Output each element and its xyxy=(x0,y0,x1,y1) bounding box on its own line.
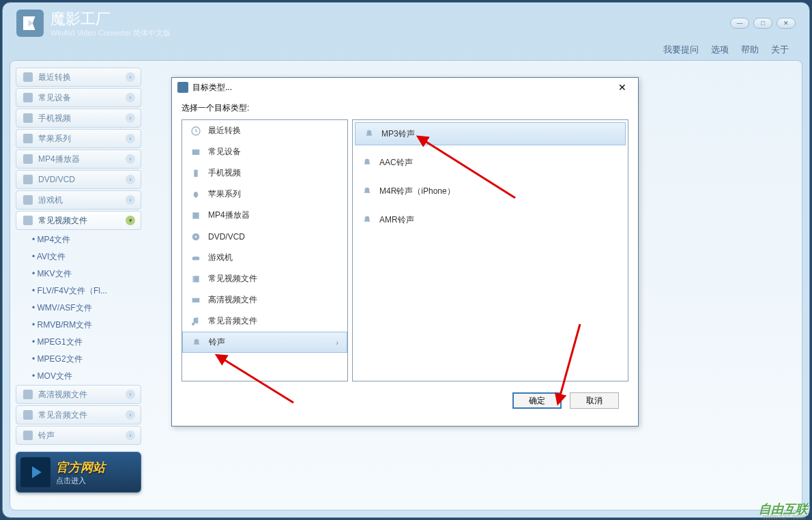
sidebar-sub-8[interactable]: MOV文件 xyxy=(16,368,141,385)
sidebar-after-0[interactable]: 高清视频文件› xyxy=(16,385,141,404)
sidebar-item-label: 高清视频文件 xyxy=(38,389,87,401)
svg-rect-6 xyxy=(192,257,200,260)
category-item-6[interactable]: 游戏机 xyxy=(182,247,347,268)
category-item-3[interactable]: 苹果系列 xyxy=(182,184,347,205)
sidebar-sub-2[interactable]: MKV文件 xyxy=(16,265,141,283)
banner-title: 官方网站 xyxy=(56,459,105,476)
menu-options[interactable]: 选项 xyxy=(711,44,729,56)
category-label: 手机视频 xyxy=(208,167,241,179)
category-label: 最近转换 xyxy=(208,125,241,136)
chevron-icon: › xyxy=(126,113,135,123)
sidebar-item-1[interactable]: 常见设备› xyxy=(16,88,141,107)
chevron-icon: › xyxy=(126,93,135,102)
category-label: 铃声 xyxy=(209,336,225,348)
hd-icon xyxy=(190,295,201,306)
sidebar-item-4[interactable]: MP4播放器› xyxy=(16,149,141,169)
app-logo-icon xyxy=(16,10,44,37)
bell-icon xyxy=(23,431,33,440)
category-item-2[interactable]: 手机视频 xyxy=(182,162,347,184)
dialog-close-button[interactable]: ✕ xyxy=(612,82,633,93)
sidebar-sub-1[interactable]: AVI文件 xyxy=(16,248,141,265)
category-label: 游戏机 xyxy=(208,252,233,263)
chevron-right-icon: › xyxy=(336,338,338,347)
chevron-icon: › xyxy=(126,195,135,205)
svg-rect-3 xyxy=(192,212,199,218)
gamepad-icon xyxy=(190,252,201,263)
category-item-5[interactable]: DVD/VCD xyxy=(182,226,347,247)
sidebar-item-label: 游戏机 xyxy=(38,194,63,206)
category-item-1[interactable]: 常见设备 xyxy=(182,141,347,162)
device-icon xyxy=(190,147,201,158)
svg-rect-8 xyxy=(192,276,194,282)
sidebar-item-label: DVD/VCD xyxy=(38,175,75,184)
option-item-3[interactable]: AMR铃声 xyxy=(353,208,627,231)
option-label: AMR铃声 xyxy=(379,214,414,226)
clock-icon xyxy=(23,72,33,82)
menu-help[interactable]: 帮助 xyxy=(741,44,759,56)
ok-button[interactable]: 确定 xyxy=(512,392,562,409)
disc-icon xyxy=(23,175,33,184)
category-item-7[interactable]: 常见视频文件 xyxy=(182,268,347,289)
close-button[interactable]: ✕ xyxy=(777,18,796,29)
music-icon xyxy=(190,316,201,327)
chevron-icon: › xyxy=(126,431,135,440)
category-item-0[interactable]: 最近转换 xyxy=(182,120,347,141)
sidebar-after-2[interactable]: 铃声› xyxy=(16,426,141,445)
menu-about[interactable]: 关于 xyxy=(771,44,789,56)
official-site-banner[interactable]: 官方网站 点击进入 xyxy=(16,452,141,493)
sidebar: 最近转换›常见设备›手机视频›苹果系列›MP4播放器›DVD/VCD›游戏机› … xyxy=(10,61,147,510)
category-label: 高清视频文件 xyxy=(208,294,257,306)
options-panel[interactable]: MP3铃声AAC铃声M4R铃声（iPhone）AMR铃声 xyxy=(352,119,628,381)
tag-icon xyxy=(362,157,373,168)
cancel-button[interactable]: 取消 xyxy=(570,392,619,409)
sidebar-item-2[interactable]: 手机视频› xyxy=(16,109,141,128)
sidebar-sub-4[interactable]: WMV/ASF文件 xyxy=(16,300,141,317)
sidebar-sub-6[interactable]: MPEG1文件 xyxy=(16,334,141,351)
music-icon xyxy=(23,410,33,420)
menu-ask[interactable]: 我要提问 xyxy=(663,44,699,56)
category-item-8[interactable]: 高清视频文件 xyxy=(182,289,347,310)
banner-play-icon xyxy=(20,457,50,487)
sidebar-item-label: 铃声 xyxy=(38,430,55,442)
minimize-button[interactable]: — xyxy=(730,18,749,29)
category-label: MP4播放器 xyxy=(208,210,250,221)
category-item-4[interactable]: MP4播放器 xyxy=(182,205,347,226)
device-icon xyxy=(23,93,33,102)
sidebar-item-common-video[interactable]: 常见视频文件 ▾ xyxy=(16,211,141,230)
sidebar-sub-5[interactable]: RMVB/RM文件 xyxy=(16,317,141,334)
sidebar-item-3[interactable]: 苹果系列› xyxy=(16,129,141,148)
mp4-icon xyxy=(23,154,33,164)
category-item-9[interactable]: 常见音频文件 xyxy=(182,310,347,332)
sidebar-sub-7[interactable]: MPEG2文件 xyxy=(16,351,141,368)
category-label: 苹果系列 xyxy=(208,188,241,200)
option-item-2[interactable]: M4R铃声（iPhone） xyxy=(353,179,627,203)
option-label: M4R铃声（iPhone） xyxy=(379,186,455,197)
chevron-down-icon: ▾ xyxy=(126,216,135,225)
category-item-10[interactable]: 铃声› xyxy=(182,332,347,353)
category-panel[interactable]: 最近转换常见设备手机视频苹果系列MP4播放器DVD/VCD游戏机常见视频文件高清… xyxy=(182,119,348,381)
option-item-0[interactable]: MP3铃声 xyxy=(355,122,626,145)
banner-subtitle: 点击进入 xyxy=(56,476,105,486)
maximize-button[interactable]: □ xyxy=(753,18,772,29)
sidebar-after-1[interactable]: 常见音频文件› xyxy=(16,405,141,424)
dialog-prompt: 选择一个目标类型: xyxy=(182,102,628,114)
sidebar-item-5[interactable]: DVD/VCD› xyxy=(16,170,141,189)
sidebar-sub-0[interactable]: MP4文件 xyxy=(16,231,141,248)
phone-icon xyxy=(23,113,33,123)
category-label: DVD/VCD xyxy=(208,232,245,242)
option-item-1[interactable]: AAC铃声 xyxy=(353,151,627,174)
sidebar-sub-3[interactable]: FLV/F4V文件（Fl... xyxy=(16,283,141,300)
sidebar-item-0[interactable]: 最近转换› xyxy=(16,68,141,87)
apple-icon xyxy=(23,134,33,143)
tag-icon xyxy=(362,214,373,225)
titlebar: 魔影工厂 WinAVI Video Converter 简体中文版 — □ ✕ xyxy=(3,3,809,44)
dialog-icon xyxy=(177,82,188,93)
svg-rect-2 xyxy=(194,169,197,177)
window-controls: — □ ✕ xyxy=(730,18,796,29)
hd-icon xyxy=(23,390,33,399)
watermark-url: www.x27.com xyxy=(763,513,805,520)
film-icon xyxy=(190,274,201,285)
film-icon xyxy=(23,216,33,225)
svg-point-5 xyxy=(195,235,197,237)
sidebar-item-6[interactable]: 游戏机› xyxy=(16,190,141,210)
